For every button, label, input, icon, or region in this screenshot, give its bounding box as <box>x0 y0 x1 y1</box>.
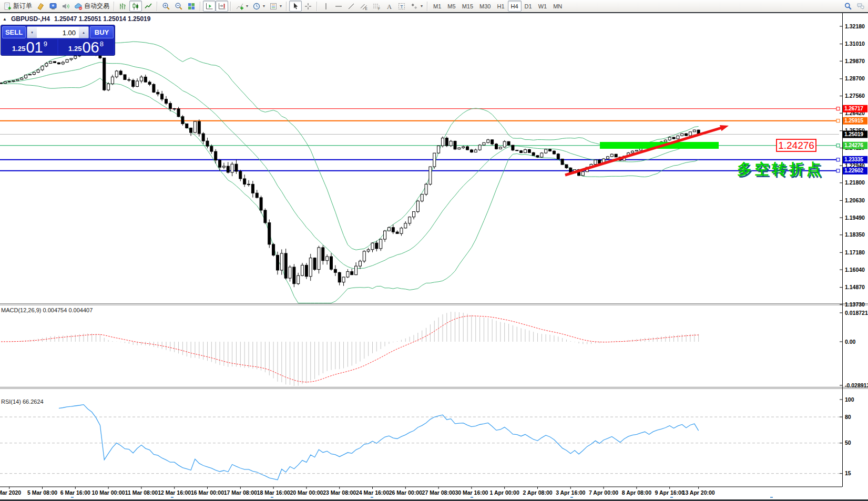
timeframe-w1[interactable]: W1 <box>535 1 550 12</box>
toolbar-separator <box>316 2 318 11</box>
volume-increase-button[interactable]: ▴ <box>79 27 88 38</box>
textA-icon: A <box>385 2 393 11</box>
templates-button[interactable]: ▾ <box>267 1 284 12</box>
svg-text:20 Mar 00:00: 20 Mar 00:00 <box>290 489 323 496</box>
zoom-in-icon <box>162 2 170 11</box>
signals-button[interactable] <box>59 1 72 12</box>
autoscroll-icon <box>205 2 213 11</box>
timeframe-m1[interactable]: M1 <box>430 1 444 12</box>
periods-button[interactable]: ▾ <box>250 1 267 12</box>
svg-text:1.26717: 1.26717 <box>844 105 863 111</box>
tile-windows-button[interactable] <box>185 1 198 12</box>
autotrading-button[interactable]: 自动交易 <box>72 1 111 12</box>
new-order-button-label: 新订单 <box>13 2 32 11</box>
price-level-lines[interactable] <box>0 107 840 172</box>
sell-button[interactable]: SELL <box>2 26 26 38</box>
svg-text:1.25915: 1.25915 <box>844 117 863 124</box>
svg-text:27 Mar 08:00: 27 Mar 08:00 <box>422 489 455 496</box>
fibonacci-button[interactable]: F <box>370 1 383 12</box>
svg-text:8 Apr 08:00: 8 Apr 08:00 <box>622 489 651 496</box>
arrows-button-dropdown-icon[interactable]: ▾ <box>421 4 423 8</box>
text-label-button[interactable]: T <box>395 1 408 12</box>
cursor-button[interactable] <box>289 1 302 12</box>
crosshair-button[interactable] <box>302 1 314 12</box>
trendline-button[interactable] <box>345 1 358 12</box>
svg-text:6 Mar 16:00: 6 Mar 16:00 <box>60 489 90 496</box>
sell-price[interactable]: 1.25 01 9 <box>2 39 57 55</box>
svg-text:1.16040: 1.16040 <box>845 267 865 273</box>
rsi-indicator-label: RSI(14) 66.2624 <box>1 398 44 405</box>
text-button[interactable]: A <box>383 1 395 12</box>
new-order-button[interactable]: 新订单 <box>1 1 34 12</box>
channel-button[interactable]: E <box>358 1 370 12</box>
svg-text:3 Apr 16:00: 3 Apr 16:00 <box>556 489 585 496</box>
bar-chart-button[interactable] <box>117 1 129 12</box>
svg-text:1.13730: 1.13730 <box>845 301 865 308</box>
autotrading-button-label: 自动交易 <box>84 2 109 11</box>
horizontal-line-button[interactable] <box>332 1 345 12</box>
svg-text:2 Apr 08:00: 2 Apr 08:00 <box>523 489 552 496</box>
hline-icon <box>334 2 343 11</box>
buy-button[interactable]: BUY <box>90 26 114 38</box>
arrows-button[interactable]: ▾ <box>408 1 425 12</box>
chat-button[interactable] <box>854 1 867 12</box>
candles-layer <box>0 49 700 287</box>
svg-text:1.20630: 1.20630 <box>845 197 865 203</box>
indicator-axis[interactable]: 0.0187210.00-0.028913100805015 <box>840 310 868 477</box>
timeframe-m15[interactable]: M15 <box>459 1 476 12</box>
svg-text:23 Mar 08:00: 23 Mar 08:00 <box>323 489 356 496</box>
svg-text:10 Mar 00:00: 10 Mar 00:00 <box>92 489 125 496</box>
timeframe-mn[interactable]: MN <box>550 1 565 12</box>
indicators-button-dropdown-icon[interactable]: ▾ <box>246 4 248 8</box>
svg-text:80: 80 <box>845 414 851 420</box>
svg-text:1.24276: 1.24276 <box>844 142 863 148</box>
svg-text:24 Mar 16:00: 24 Mar 16:00 <box>356 489 389 496</box>
svg-text:30 Mar 16:00: 30 Mar 16:00 <box>455 489 488 496</box>
candlestick-button[interactable] <box>129 1 142 12</box>
vertical-line-button[interactable] <box>320 1 332 12</box>
indicators-icon <box>236 2 244 11</box>
timeframe-m5[interactable]: M5 <box>444 1 458 12</box>
volume-decrease-button[interactable]: ▾ <box>27 27 37 38</box>
collapse-panel-icon[interactable]: ▲ <box>3 17 7 22</box>
templates-button-dropdown-icon[interactable]: ▾ <box>280 4 282 8</box>
main-toolbar: 新订单自动交易▾▾▾EFAT▾M1M5M15M30H1H4D1W1MN <box>0 0 868 13</box>
auto-scroll-button[interactable] <box>203 1 216 12</box>
search-button[interactable] <box>842 1 854 12</box>
chat-icon <box>856 2 865 11</box>
svg-text:1.25019: 1.25019 <box>844 131 863 137</box>
svg-text:13 Apr 20:00: 13 Apr 20:00 <box>682 489 715 496</box>
zoom-out-button[interactable] <box>172 1 185 12</box>
price-axis[interactable]: 1.321801.310101.298701.287001.275601.264… <box>840 23 867 308</box>
sell-price-pip: 9 <box>44 41 47 47</box>
chart-shift-button[interactable] <box>216 1 228 12</box>
template-icon <box>269 2 278 11</box>
shift-icon <box>218 2 226 11</box>
svg-text:1.21800: 1.21800 <box>845 179 865 186</box>
svg-text:1.28700: 1.28700 <box>845 75 865 81</box>
metaeditor-button[interactable] <box>34 1 47 12</box>
chart-canvas[interactable]: 1.321801.310101.298701.287001.275601.264… <box>0 13 868 501</box>
zoom-in-button[interactable] <box>160 1 172 12</box>
timeframe-h4[interactable]: H4 <box>508 1 522 12</box>
line-chart-button[interactable] <box>142 1 155 12</box>
buy-price[interactable]: 1.25 06 8 <box>58 39 114 55</box>
gold-note-icon <box>36 2 45 11</box>
periods-button-dropdown-icon[interactable]: ▾ <box>263 4 265 8</box>
svg-text:-0.028913: -0.028913 <box>845 382 868 388</box>
toolbar-separator <box>114 2 115 11</box>
svg-text:1.27560: 1.27560 <box>845 93 865 99</box>
timeframe-m30[interactable]: M30 <box>476 1 494 12</box>
svg-text:12 Mar 16:00: 12 Mar 16:00 <box>158 489 191 496</box>
rsi-pane <box>0 405 842 480</box>
time-axis[interactable]: Mar 20205 Mar 08:006 Mar 16:0010 Mar 00:… <box>0 487 773 498</box>
svg-text:1.14870: 1.14870 <box>845 284 865 290</box>
timeframe-h1[interactable]: H1 <box>494 1 507 12</box>
macd-pane <box>1 312 699 386</box>
buy-price-pip: 8 <box>100 41 104 47</box>
chart-window: 1.321801.310101.298701.287001.275601.264… <box>0 13 868 501</box>
volume-field[interactable]: 1.00 <box>37 27 79 38</box>
indicators-button[interactable]: ▾ <box>233 1 250 12</box>
timeframe-d1[interactable]: D1 <box>522 1 535 12</box>
market-button[interactable] <box>47 1 59 12</box>
